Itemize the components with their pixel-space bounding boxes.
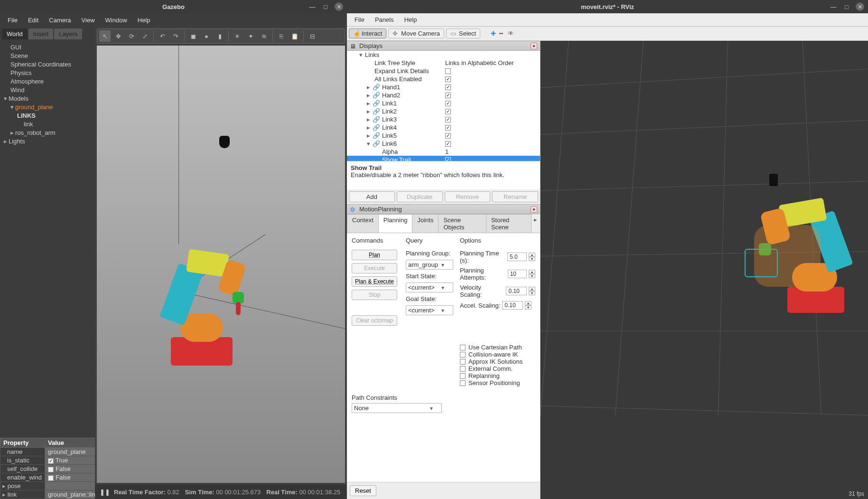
spin-down-icon[interactable]: ▾ bbox=[525, 305, 532, 310]
tab-layers[interactable]: Layers bbox=[54, 28, 82, 39]
interact-button[interactable]: ☝Interact bbox=[349, 28, 386, 38]
checkbox-icon[interactable] bbox=[445, 109, 451, 114]
prop-key[interactable]: name bbox=[0, 448, 45, 456]
checkbox-icon[interactable] bbox=[445, 76, 451, 82]
row-value[interactable] bbox=[443, 67, 538, 75]
tab-context[interactable]: Context bbox=[347, 214, 379, 233]
start-state-select[interactable]: <current> bbox=[406, 282, 453, 292]
tree-spherical[interactable]: Spherical Coordinates bbox=[4, 60, 91, 69]
tab-world[interactable]: World bbox=[2, 28, 28, 39]
checkbox-icon[interactable] bbox=[445, 125, 451, 131]
maximize-icon[interactable]: □ bbox=[321, 2, 330, 11]
copy-icon[interactable]: ⎘ bbox=[276, 30, 287, 42]
eye-icon[interactable]: 👁 bbox=[508, 30, 514, 37]
link-row-hand1[interactable]: ▸🔗Hand1 bbox=[347, 83, 540, 91]
planning-group-select[interactable]: arm_group bbox=[406, 260, 453, 270]
clear-octomap-button[interactable]: Clear octomap bbox=[352, 315, 397, 326]
checkbox-icon[interactable] bbox=[445, 93, 451, 98]
tree-models[interactable]: ▾Models bbox=[4, 94, 91, 103]
select-button[interactable]: ▭Select bbox=[446, 28, 480, 38]
spin-up-icon[interactable]: ▴ bbox=[529, 270, 535, 274]
checkbox-icon[interactable] bbox=[48, 467, 54, 472]
checkbox-icon[interactable] bbox=[460, 373, 466, 379]
displays-tree[interactable]: ▾LinksLink Tree StyleLinks in Alphabetic… bbox=[347, 51, 540, 161]
row-value[interactable] bbox=[443, 116, 538, 123]
tab-planning[interactable]: Planning bbox=[378, 214, 413, 233]
motionplanning-header[interactable]: ⚙ MotionPlanning ● bbox=[347, 204, 540, 214]
displays-header[interactable]: 🖥 Displays ● bbox=[347, 41, 540, 51]
alpha-row[interactable]: Alpha1 bbox=[347, 148, 540, 156]
checkbox-icon[interactable] bbox=[445, 157, 451, 161]
tree-link[interactable]: link bbox=[4, 120, 91, 129]
menu-panels[interactable]: Panels bbox=[370, 15, 399, 25]
chevron-right-icon[interactable]: ▸ bbox=[367, 116, 373, 123]
spin-down-icon[interactable]: ▾ bbox=[529, 274, 535, 278]
tree-ground-plane[interactable]: ▾ground_plane bbox=[4, 103, 91, 112]
prop-key[interactable]: enable_wind bbox=[0, 473, 45, 482]
remove-button[interactable]: Remove bbox=[445, 191, 491, 202]
move-camera-button[interactable]: ✥Move Camera bbox=[388, 28, 444, 38]
menu-help[interactable]: Help bbox=[133, 15, 155, 25]
gazebo-viewport[interactable] bbox=[97, 46, 345, 483]
tree-links-header[interactable]: LINKS bbox=[4, 112, 91, 120]
link-row-hand2[interactable]: ▸🔗Hand2 bbox=[347, 91, 540, 99]
execute-button[interactable]: Execute bbox=[352, 263, 397, 273]
pointer-icon[interactable]: ↖ bbox=[99, 30, 111, 42]
menu-edit[interactable]: Edit bbox=[23, 15, 43, 25]
expand-link-details-row[interactable]: Expand Link Details bbox=[347, 67, 540, 75]
prop-value[interactable]: True bbox=[45, 456, 102, 465]
focus-add-icon[interactable]: ✚ bbox=[491, 30, 497, 37]
cylinder-icon[interactable]: ▮ bbox=[214, 30, 225, 42]
path-constraints-select[interactable]: None bbox=[352, 403, 442, 413]
tree-wind[interactable]: Wind bbox=[4, 86, 91, 94]
row-value[interactable] bbox=[443, 92, 538, 99]
tab-joints[interactable]: Joints bbox=[412, 214, 439, 233]
checkbox-icon[interactable] bbox=[445, 141, 451, 147]
option-check[interactable]: Use Cartesian Path bbox=[460, 344, 535, 351]
planning-time-input[interactable]: 5.0 bbox=[507, 253, 527, 261]
chevron-right-icon[interactable]: ▸ bbox=[367, 92, 373, 99]
tree-lights[interactable]: ▸Lights bbox=[4, 137, 91, 146]
prop-key[interactable]: ▸ link bbox=[0, 490, 45, 499]
checkbox-icon[interactable] bbox=[460, 359, 466, 365]
redo-icon[interactable]: ↷ bbox=[170, 30, 181, 42]
spin-up-icon[interactable]: ▴ bbox=[525, 301, 532, 305]
show-trail-row[interactable]: Show Trail bbox=[347, 156, 540, 161]
checkbox-icon[interactable] bbox=[445, 133, 451, 139]
option-check[interactable]: Collision-aware IK bbox=[460, 351, 535, 358]
link-row-link1[interactable]: ▸🔗Link1 bbox=[347, 99, 540, 107]
pause-icon[interactable]: ❚❚ bbox=[100, 489, 108, 496]
spin-up-icon[interactable]: ▴ bbox=[529, 253, 535, 257]
link-row-link2[interactable]: ▸🔗Link2 bbox=[347, 107, 540, 115]
tree-atmosphere[interactable]: Atmosphere bbox=[4, 77, 91, 86]
row-value[interactable] bbox=[443, 132, 538, 139]
menu-file[interactable]: File bbox=[3, 15, 22, 25]
row-value[interactable] bbox=[443, 156, 538, 161]
minimize-icon[interactable]: — bbox=[829, 2, 838, 11]
checkbox-icon[interactable] bbox=[460, 366, 466, 372]
chevron-right-icon[interactable]: ▸ bbox=[367, 84, 373, 91]
prop-value[interactable]: ground_plane bbox=[45, 448, 102, 456]
tabs-more-icon[interactable]: ▸ bbox=[531, 214, 540, 233]
duplicate-button[interactable]: Duplicate bbox=[397, 191, 443, 202]
menu-camera[interactable]: Camera bbox=[44, 15, 75, 25]
close-icon[interactable]: ● bbox=[531, 206, 537, 213]
option-check[interactable]: External Comm. bbox=[460, 365, 535, 372]
tab-stored-scene[interactable]: Stored Scene bbox=[486, 214, 532, 233]
goal-state-select[interactable]: <current> bbox=[406, 305, 453, 315]
tree-scene[interactable]: Scene bbox=[4, 52, 91, 60]
maximize-icon[interactable]: □ bbox=[842, 2, 851, 11]
row-value[interactable] bbox=[443, 108, 538, 115]
checkbox-icon[interactable] bbox=[445, 101, 451, 106]
world-tree[interactable]: GUI Scene Spherical Coordinates Physics … bbox=[0, 41, 95, 438]
row-value[interactable] bbox=[443, 100, 538, 107]
minimize-icon[interactable]: — bbox=[308, 2, 317, 11]
checkbox-icon[interactable] bbox=[460, 345, 466, 350]
close-icon[interactable]: ✕ bbox=[856, 2, 864, 11]
velocity-scaling-input[interactable]: 0.10 bbox=[506, 287, 527, 295]
reset-button[interactable]: Reset bbox=[350, 485, 376, 496]
checkbox-icon[interactable] bbox=[48, 458, 54, 464]
chevron-down-icon[interactable]: ▾ bbox=[359, 51, 365, 58]
menu-file[interactable]: File bbox=[350, 15, 369, 25]
prop-value[interactable] bbox=[45, 482, 102, 490]
